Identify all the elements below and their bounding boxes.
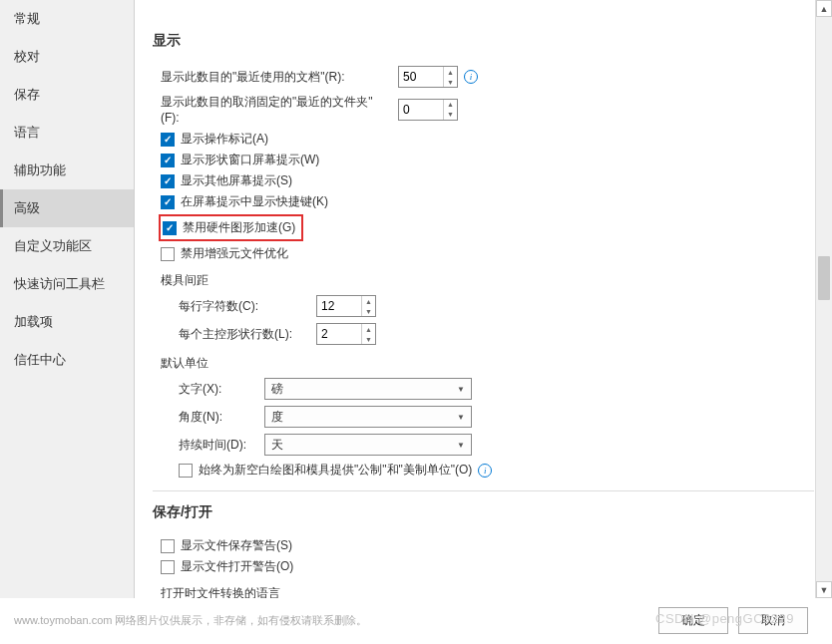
- select-value: 天: [271, 437, 283, 454]
- checkbox-icon: [161, 133, 175, 147]
- section-save-open-title: 保存/打开: [153, 503, 814, 521]
- checkbox-label: 在屏幕提示中显示快捷键(K): [181, 193, 328, 210]
- spinner-up-icon[interactable]: ▲: [444, 67, 457, 77]
- spinner-up-icon[interactable]: ▲: [444, 100, 457, 110]
- checkbox-show-smart-tags[interactable]: 显示操作标记(A): [161, 131, 814, 148]
- chars-per-line-spinner[interactable]: ▲▼: [316, 295, 376, 317]
- checkbox-label: 始终为新空白绘图和模具提供"公制"和"美制单位"(O): [199, 462, 472, 479]
- recent-docs-label: 显示此数目的"最近使用的文档"(R):: [161, 69, 390, 86]
- checkbox-label: 显示文件保存警告(S): [181, 537, 292, 554]
- checkbox-open-warning[interactable]: 显示文件打开警告(O): [161, 558, 814, 575]
- checkbox-shortcut-keys[interactable]: 在屏幕提示中显示快捷键(K): [161, 193, 814, 210]
- checkbox-icon: [179, 464, 193, 478]
- checkbox-disable-hw-accel[interactable]: 禁用硬件图形加速(G): [163, 219, 295, 236]
- spinner-up-icon[interactable]: ▲: [362, 296, 375, 306]
- dialog-buttons: 确定 取消: [658, 607, 808, 634]
- scroll-up-button[interactable]: ▲: [816, 0, 832, 17]
- info-icon[interactable]: i: [464, 70, 478, 84]
- section-display-title: 显示: [153, 32, 814, 50]
- footnote: www.toymoban.com 网络图片仅供展示，非存储，如有侵权请联系删除。: [14, 613, 367, 628]
- recent-docs-spinner[interactable]: ▲▼: [398, 66, 458, 88]
- checkbox-disable-emf[interactable]: 禁用增强元文件优化: [161, 245, 814, 262]
- lines-per-master-spinner[interactable]: ▲▼: [316, 323, 376, 345]
- lines-per-master-label: 每个主控形状行数(L):: [179, 326, 308, 343]
- default-units-title: 默认单位: [161, 355, 814, 372]
- checkbox-icon: [161, 174, 175, 188]
- select-value: 度: [271, 409, 283, 426]
- angle-unit-label: 角度(N):: [179, 409, 264, 426]
- sidebar-item-customize-ribbon[interactable]: 自定义功能区: [0, 227, 134, 265]
- recent-folders-label: 显示此数目的取消固定的"最近的文件夹"(F):: [161, 94, 390, 125]
- text-unit-select[interactable]: 磅 ▼: [264, 378, 472, 400]
- sidebar-item-language[interactable]: 语言: [0, 114, 134, 152]
- recent-folders-input[interactable]: [399, 100, 443, 120]
- section-divider: [153, 490, 814, 491]
- scrollbar-track[interactable]: [816, 17, 832, 581]
- ok-button[interactable]: 确定: [658, 607, 728, 634]
- info-icon[interactable]: i: [478, 464, 492, 478]
- sidebar-item-addins[interactable]: 加载项: [0, 303, 134, 341]
- sidebar-item-quick-access[interactable]: 快速访问工具栏: [0, 265, 134, 303]
- checkbox-label: 显示形状窗口屏幕提示(W): [181, 152, 319, 168]
- checkbox-label: 禁用硬件图形加速(G): [183, 219, 295, 236]
- spinner-down-icon[interactable]: ▼: [444, 77, 457, 87]
- checkbox-label: 显示其他屏幕提示(S): [181, 172, 292, 189]
- scrollbar-thumb[interactable]: [818, 256, 830, 300]
- lines-per-master-input[interactable]: [317, 324, 361, 344]
- checkbox-metric-us[interactable]: 始终为新空白绘图和模具提供"公制"和"美制单位"(O) i: [179, 462, 814, 479]
- conversion-language-label: 打开时文件转换的语言: [161, 585, 814, 598]
- duration-unit-label: 持续时间(D):: [179, 437, 264, 454]
- text-unit-label: 文字(X):: [179, 381, 264, 398]
- checkbox-icon: [161, 154, 175, 167]
- sidebar-item-advanced[interactable]: 高级: [0, 189, 134, 227]
- checkbox-icon: [161, 560, 175, 574]
- highlight-disable-hw-accel: 禁用硬件图形加速(G): [159, 214, 303, 241]
- sidebar-item-save[interactable]: 保存: [0, 76, 134, 114]
- spinner-up-icon[interactable]: ▲: [362, 324, 375, 334]
- spinner-down-icon[interactable]: ▼: [444, 110, 457, 120]
- chevron-down-icon: ▼: [457, 441, 465, 450]
- duration-unit-select[interactable]: 天 ▼: [264, 434, 472, 456]
- checkbox-save-warning[interactable]: 显示文件保存警告(S): [161, 537, 814, 554]
- sidebar: 常规 校对 保存 语言 辅助功能 高级 自定义功能区 快速访问工具栏 加载项 信…: [0, 0, 135, 598]
- cancel-button[interactable]: 取消: [738, 607, 808, 634]
- sidebar-item-proofing[interactable]: 校对: [0, 38, 134, 76]
- scroll-down-button[interactable]: ▼: [816, 581, 832, 598]
- checkbox-shape-tooltips[interactable]: 显示形状窗口屏幕提示(W): [161, 152, 814, 168]
- spinner-down-icon[interactable]: ▼: [362, 306, 375, 316]
- vertical-scrollbar[interactable]: ▲ ▼: [815, 0, 832, 598]
- angle-unit-select[interactable]: 度 ▼: [264, 406, 472, 428]
- chevron-down-icon: ▼: [457, 413, 465, 422]
- spinner-down-icon[interactable]: ▼: [362, 334, 375, 344]
- sidebar-item-general[interactable]: 常规: [0, 0, 134, 38]
- checkbox-icon: [161, 195, 175, 209]
- content-panel: 显示 显示此数目的"最近使用的文档"(R): ▲▼ i 显示此数目的取消固定的"…: [135, 0, 832, 598]
- select-value: 磅: [271, 381, 283, 398]
- chars-per-line-label: 每行字符数(C):: [179, 298, 308, 315]
- chars-per-line-input[interactable]: [317, 296, 361, 316]
- checkbox-label: 禁用增强元文件优化: [181, 245, 288, 262]
- checkbox-other-tooltips[interactable]: 显示其他屏幕提示(S): [161, 172, 814, 189]
- sidebar-item-trust-center[interactable]: 信任中心: [0, 341, 134, 379]
- recent-docs-input[interactable]: [399, 67, 443, 87]
- stencil-spacing-title: 模具间距: [161, 272, 814, 289]
- recent-folders-spinner[interactable]: ▲▼: [398, 99, 458, 121]
- chevron-down-icon: ▼: [457, 385, 465, 394]
- checkbox-icon: [163, 221, 177, 235]
- checkbox-label: 显示文件打开警告(O): [181, 558, 293, 575]
- checkbox-icon: [161, 539, 175, 553]
- sidebar-item-accessibility[interactable]: 辅助功能: [0, 152, 134, 189]
- checkbox-label: 显示操作标记(A): [181, 131, 268, 148]
- checkbox-icon: [161, 247, 175, 261]
